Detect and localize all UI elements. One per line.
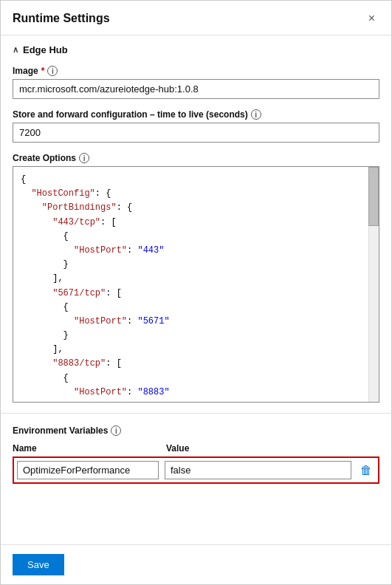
code-line: "HostPort": "443" <box>21 244 361 258</box>
code-line: { <box>21 230 361 244</box>
image-info-icon[interactable]: i <box>47 66 58 76</box>
code-line: ], <box>21 343 361 357</box>
env-variables-label: Environment Variables i <box>13 425 379 436</box>
env-row: 🗑 <box>13 456 379 484</box>
code-line: "HostPort": "8883" <box>21 386 361 400</box>
runtime-settings-panel: Runtime Settings × ∧ Edge Hub Image * i <box>0 0 392 585</box>
delete-env-row-button[interactable]: 🗑 <box>357 463 375 478</box>
code-line: "HostConfig": { <box>21 187 361 201</box>
env-name-col-header: Name <box>13 443 160 454</box>
env-variables-section: Environment Variables i Name Value 🗑 <box>1 414 391 484</box>
code-line: { <box>21 301 361 315</box>
code-line: } <box>21 258 361 272</box>
env-table-header: Name Value <box>13 443 379 454</box>
scrollbar-thumb[interactable] <box>368 167 379 226</box>
code-content[interactable]: { "HostConfig": { "PortBindings": { "443… <box>13 167 368 402</box>
create-options-label: Create Options i <box>13 153 379 163</box>
code-line: "443/tcp": [ <box>21 216 361 230</box>
store-forward-input[interactable] <box>13 123 379 143</box>
panel-title: Runtime Settings <box>13 12 110 25</box>
store-forward-label: Store and forward configuration – time t… <box>13 109 379 120</box>
code-line: { <box>21 173 361 187</box>
env-variables-info-icon[interactable]: i <box>111 425 121 436</box>
scrollbar-track[interactable] <box>368 167 379 402</box>
image-input[interactable] <box>13 79 379 99</box>
image-field-group: Image * i <box>13 66 379 99</box>
env-value-input[interactable] <box>165 461 351 479</box>
create-options-field-group: Create Options i { "HostConfig": { "Port… <box>13 153 379 403</box>
store-forward-field-group: Store and forward configuration – time t… <box>13 109 379 143</box>
code-line: { <box>21 372 361 386</box>
image-field-label: Image * i <box>13 66 379 76</box>
code-line: "8883/tcp": [ <box>21 357 361 371</box>
env-variables-label-text: Environment Variables <box>13 425 108 436</box>
code-line: "PortBindings": { <box>21 201 361 215</box>
edge-hub-section-header[interactable]: ∧ Edge Hub <box>13 44 379 55</box>
create-options-label-text: Create Options <box>13 153 76 163</box>
env-name-input[interactable] <box>17 461 159 479</box>
code-line: "HostPort": "5671" <box>21 315 361 329</box>
panel-footer: Save <box>1 544 391 584</box>
edge-hub-section: ∧ Edge Hub Image * i Store and forward c… <box>1 35 391 403</box>
close-button[interactable]: × <box>364 11 379 26</box>
required-marker: * <box>41 66 45 76</box>
create-options-info-icon[interactable]: i <box>79 153 89 163</box>
store-forward-info-icon[interactable]: i <box>251 109 261 120</box>
code-line: } <box>21 329 361 343</box>
store-forward-label-text: Store and forward configuration – time t… <box>13 109 248 120</box>
panel-body: ∧ Edge Hub Image * i Store and forward c… <box>1 35 391 544</box>
code-line: ], <box>21 272 361 286</box>
chevron-up-icon: ∧ <box>13 45 18 55</box>
create-options-code-block[interactable]: { "HostConfig": { "PortBindings": { "443… <box>13 166 379 403</box>
panel-header: Runtime Settings × <box>1 1 391 35</box>
code-line: "5671/tcp": [ <box>21 287 361 301</box>
code-line: } <box>21 400 361 402</box>
image-label-text: Image <box>13 66 38 76</box>
env-value-col-header: Value <box>166 443 379 454</box>
edge-hub-label: Edge Hub <box>23 44 68 55</box>
save-button[interactable]: Save <box>13 554 64 575</box>
